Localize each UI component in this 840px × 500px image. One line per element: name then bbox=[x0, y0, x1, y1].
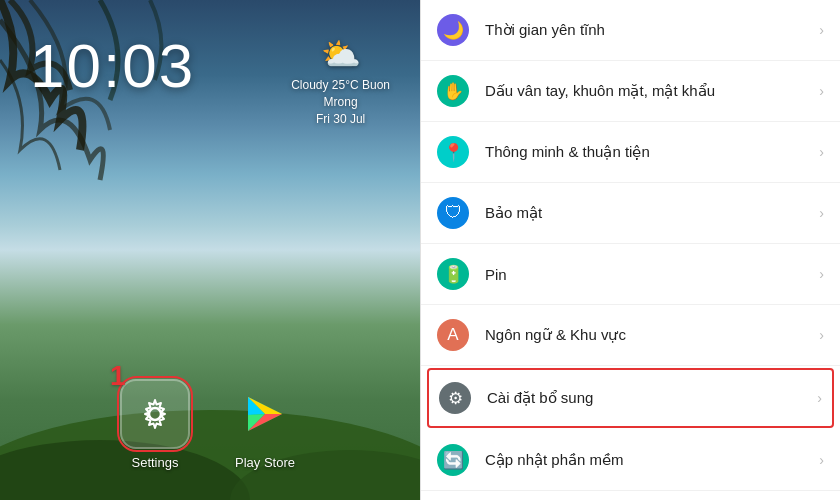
additional-icon: ⚙ bbox=[439, 382, 471, 414]
phone-screen: 10:03 ⛅ Cloudy 25°C Buon Mrong Fri 30 Ju… bbox=[0, 0, 420, 500]
playstore-icon bbox=[240, 389, 290, 439]
settings-item-additional[interactable]: ⚙Cài đặt bổ sung›2 bbox=[427, 368, 834, 428]
settings-app-wrapper[interactable]: Settings bbox=[120, 379, 190, 470]
weather-icon: ⛅ bbox=[291, 35, 390, 73]
smart-icon: 📍 bbox=[437, 136, 469, 168]
settings-item-quiet-time[interactable]: 🌙Thời gian yên tĩnh› bbox=[421, 0, 840, 61]
quiet-time-label: Thời gian yên tĩnh bbox=[485, 21, 819, 39]
settings-list: 🌙Thời gian yên tĩnh›✋Dấu vân tay, khuôn … bbox=[421, 0, 840, 500]
additional-chevron: › bbox=[817, 390, 822, 406]
battery-label: Pin bbox=[485, 266, 819, 283]
fingerprint-label: Dấu vân tay, khuôn mặt, mật khẩu bbox=[485, 82, 819, 100]
settings-app-label: Settings bbox=[132, 455, 179, 470]
language-chevron: › bbox=[819, 327, 824, 343]
fingerprint-icon: ✋ bbox=[437, 75, 469, 107]
language-icon: A bbox=[437, 319, 469, 351]
security-icon: 🛡 bbox=[437, 197, 469, 229]
weather-line3: Fri 30 Jul bbox=[291, 111, 390, 128]
security-chevron: › bbox=[819, 205, 824, 221]
step-number-1: 1 bbox=[110, 360, 126, 392]
fingerprint-chevron: › bbox=[819, 83, 824, 99]
settings-item-about[interactable]: ℹGiới thiệu về điện thoại› bbox=[421, 491, 840, 500]
weather-line2: Mrong bbox=[291, 94, 390, 111]
settings-item-battery[interactable]: 🔋Pin› bbox=[421, 244, 840, 305]
weather-line1: Cloudy 25°C Buon bbox=[291, 77, 390, 94]
battery-chevron: › bbox=[819, 266, 824, 282]
quiet-time-icon: 🌙 bbox=[437, 14, 469, 46]
update-label: Cập nhật phần mềm bbox=[485, 451, 819, 469]
settings-item-fingerprint[interactable]: ✋Dấu vân tay, khuôn mặt, mật khẩu› bbox=[421, 61, 840, 122]
language-label: Ngôn ngữ & Khu vực bbox=[485, 326, 819, 344]
time-display: 10:03 bbox=[30, 30, 195, 101]
settings-item-update[interactable]: 🔄Cập nhật phần mềm› bbox=[421, 430, 840, 491]
weather-text: Cloudy 25°C Buon Mrong Fri 30 Jul bbox=[291, 77, 390, 127]
battery-icon: 🔋 bbox=[437, 258, 469, 290]
quiet-time-chevron: › bbox=[819, 22, 824, 38]
additional-label: Cài đặt bổ sung bbox=[487, 389, 817, 407]
settings-item-language[interactable]: ANgôn ngữ & Khu vực› bbox=[421, 305, 840, 366]
playstore-app-icon[interactable] bbox=[230, 379, 300, 449]
settings-panel: 🌙Thời gian yên tĩnh›✋Dấu vân tay, khuôn … bbox=[420, 0, 840, 500]
settings-app-icon[interactable] bbox=[120, 379, 190, 449]
playstore-app-label: Play Store bbox=[235, 455, 295, 470]
settings-highlight-box bbox=[117, 376, 193, 452]
playstore-app-wrapper[interactable]: Play Store bbox=[230, 379, 300, 470]
update-icon: 🔄 bbox=[437, 444, 469, 476]
weather-widget: ⛅ Cloudy 25°C Buon Mrong Fri 30 Jul bbox=[291, 35, 390, 127]
update-chevron: › bbox=[819, 452, 824, 468]
app-dock: Settings bbox=[0, 379, 420, 470]
settings-item-smart[interactable]: 📍Thông minh & thuận tiện› bbox=[421, 122, 840, 183]
smart-label: Thông minh & thuận tiện bbox=[485, 143, 819, 161]
settings-item-security[interactable]: 🛡Bảo mật› bbox=[421, 183, 840, 244]
smart-chevron: › bbox=[819, 144, 824, 160]
security-label: Bảo mật bbox=[485, 204, 819, 222]
